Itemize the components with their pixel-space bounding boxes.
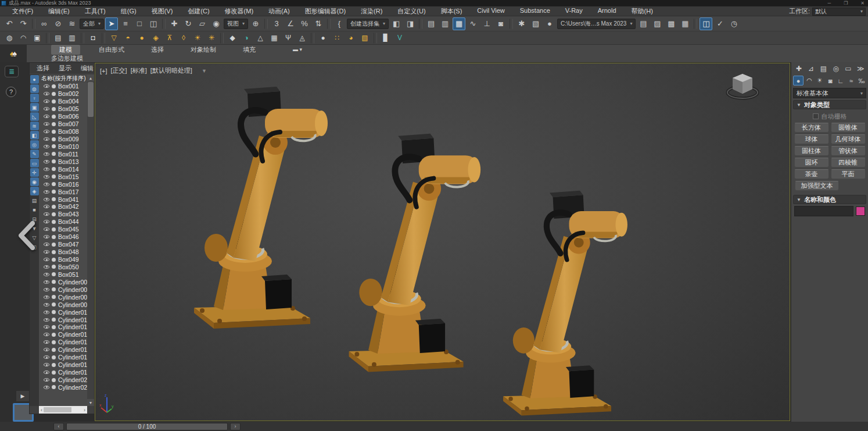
select-placement-icon[interactable]: ◉ — [210, 17, 223, 30]
ribbon-tab-selection[interactable]: 选择 — [143, 45, 172, 55]
ribbon-tab-object-paint[interactable]: 对象绘制 — [182, 45, 224, 55]
rendered-frame-icon[interactable]: ▧ — [529, 17, 542, 30]
menu-modifiers[interactable]: 修改器(M) — [217, 7, 261, 16]
vray-swirl-icon[interactable]: ◠ — [17, 33, 30, 44]
btn-cone[interactable]: 圆锥体 — [831, 123, 866, 133]
vray-plane-light-icon[interactable]: ▽ — [107, 33, 120, 44]
selection-filter-dropdown[interactable]: 全部 — [80, 19, 104, 29]
subtab-shapes[interactable]: ◠ — [805, 76, 814, 86]
visibility-eye-icon[interactable] — [44, 137, 49, 141]
next-frame-button[interactable]: › — [230, 423, 241, 430]
workspace-dropdown[interactable]: 默认▾ — [812, 8, 866, 16]
list-item[interactable]: Cylinder01 — [39, 308, 87, 316]
tab-motion[interactable]: ◎ — [830, 63, 841, 74]
vray-palette-icon[interactable]: ◕ — [345, 33, 357, 44]
tab-modify[interactable]: ⊿ — [805, 63, 816, 74]
visibility-eye-icon[interactable] — [44, 152, 49, 156]
subtab-helpers[interactable]: ∟ — [836, 76, 845, 86]
menu-graph-editors[interactable]: 图形编辑器(D) — [297, 7, 353, 16]
menu-scripting[interactable]: 脚本(S) — [433, 7, 470, 16]
menu-file[interactable]: 文件(F) — [5, 7, 41, 16]
btn-textplus[interactable]: 加强型文本 — [795, 181, 839, 191]
rect-selection-region-icon[interactable]: □ — [133, 17, 146, 30]
menu-civil-view[interactable]: Civil View — [469, 7, 512, 16]
select-by-name-icon[interactable]: ≡ — [119, 17, 132, 30]
visibility-eye-icon[interactable] — [44, 325, 49, 329]
sep[interactable] — [419, 19, 422, 29]
menu-tools[interactable]: 工具(T) — [77, 7, 113, 16]
list-item[interactable]: Box050 — [39, 263, 87, 271]
btn-plane[interactable]: 平面 — [831, 169, 866, 179]
angle-snap-icon[interactable]: ∠ — [284, 17, 297, 30]
coord-system-dropdown[interactable]: 视图 — [224, 19, 248, 29]
menu-substance[interactable]: Substance — [512, 7, 558, 16]
close-button[interactable]: ✕ — [860, 0, 865, 6]
sep[interactable] — [374, 33, 377, 44]
object-name-input[interactable] — [794, 206, 853, 216]
vray-light-lister-icon[interactable]: ▤ — [52, 33, 64, 44]
subtab-spacewarps[interactable]: ≈ — [847, 76, 856, 86]
import-scene-icon[interactable]: ▤ — [637, 17, 650, 30]
vray-logo-icon[interactable]: V — [393, 33, 406, 44]
autogrid-checkbox[interactable] — [813, 113, 819, 119]
filter-shapes-icon[interactable]: ◍ — [30, 84, 39, 93]
visibility-eye-icon[interactable] — [44, 160, 49, 163]
visibility-eye-icon[interactable] — [44, 227, 49, 231]
visibility-eye-icon[interactable] — [44, 348, 49, 351]
list-item[interactable]: Box049 — [39, 256, 87, 263]
list-item[interactable]: Box048 — [39, 248, 87, 256]
visibility-eye-icon[interactable] — [44, 212, 49, 216]
list-item[interactable]: Cylinder00 — [39, 293, 87, 301]
visibility-eye-icon[interactable] — [44, 363, 49, 366]
schematic-view-icon[interactable]: ⊥ — [480, 17, 493, 30]
filter-spacewarps-icon[interactable]: ≋ — [30, 122, 39, 130]
menu-animation[interactable]: 动画(A) — [261, 7, 297, 16]
btn-torus[interactable]: 圆环 — [794, 158, 829, 168]
vray-camera-icon[interactable]: ◘ — [87, 33, 99, 44]
list-item[interactable]: Box010 — [39, 143, 87, 151]
visibility-eye-icon[interactable] — [44, 115, 49, 118]
list-item[interactable]: Box004 — [39, 98, 87, 105]
vray-dome-light-icon[interactable]: ◓ — [121, 33, 134, 44]
named-sets-dropdown[interactable]: 创建选择集 — [347, 19, 389, 29]
filter-xrefs-icon[interactable]: ◎ — [30, 140, 39, 149]
ribbon-toggle-icon[interactable]: ▦ — [453, 17, 465, 30]
project-path-dropdown[interactable]: C:\Users\海…s Max 2023 — [557, 19, 636, 29]
list-item[interactable]: Box002 — [39, 90, 87, 98]
tab-utilities[interactable]: ≫ — [855, 63, 866, 74]
sep[interactable] — [220, 33, 224, 44]
save-plus-icon[interactable]: ▩ — [665, 17, 677, 30]
visibility-eye-icon[interactable] — [44, 235, 49, 238]
list-item[interactable]: Box014 — [39, 165, 87, 173]
vray-mesh-light-icon[interactable]: ◈ — [149, 33, 162, 44]
list-item[interactable]: Box047 — [39, 241, 87, 248]
btn-sphere[interactable]: 球体 — [794, 134, 829, 144]
visibility-eye-icon[interactable] — [44, 92, 49, 95]
list-item[interactable]: Box005 — [39, 105, 87, 113]
list-item[interactable]: Cylinder00 — [39, 278, 87, 286]
list-item[interactable]: Box013 — [39, 158, 87, 165]
visibility-eye-icon[interactable] — [44, 145, 49, 148]
filter-geometry-icon[interactable]: ● — [30, 75, 39, 84]
list-item[interactable]: Box016 — [39, 180, 87, 188]
edit-named-sets-icon[interactable]: { — [333, 17, 346, 30]
list-item[interactable]: Cylinder01 — [39, 361, 87, 369]
filter-hidden-icon[interactable]: ◉ — [30, 177, 39, 186]
list-item[interactable]: Cylinder01 — [39, 354, 87, 361]
vray-scene-manager-icon[interactable]: ▥ — [66, 33, 78, 44]
scene-explorer-list-icon[interactable]: ≣ — [5, 66, 19, 77]
btn-geosphere[interactable]: 几何球体 — [831, 134, 866, 144]
spinner-snap-icon[interactable]: ⇅ — [312, 17, 325, 30]
mirror-icon[interactable]: ◧ — [390, 17, 403, 30]
list-item[interactable]: Box011 — [39, 150, 87, 158]
list-item[interactable]: Box017 — [39, 188, 87, 195]
redo-icon[interactable]: ↷ — [17, 17, 30, 30]
filter-helpers-icon[interactable]: ◺ — [30, 112, 39, 121]
btn-pyramid[interactable]: 四棱锥 — [831, 158, 866, 168]
previous-frame-button[interactable]: ‹ — [53, 423, 64, 430]
sep[interactable] — [32, 19, 35, 29]
visibility-eye-icon[interactable] — [44, 84, 49, 88]
list-item[interactable]: Box001 — [39, 83, 87, 90]
scene-explorer-toggle-icon[interactable]: ▤ — [425, 17, 437, 30]
filter-lights-icon[interactable]: ♀ — [30, 94, 39, 102]
